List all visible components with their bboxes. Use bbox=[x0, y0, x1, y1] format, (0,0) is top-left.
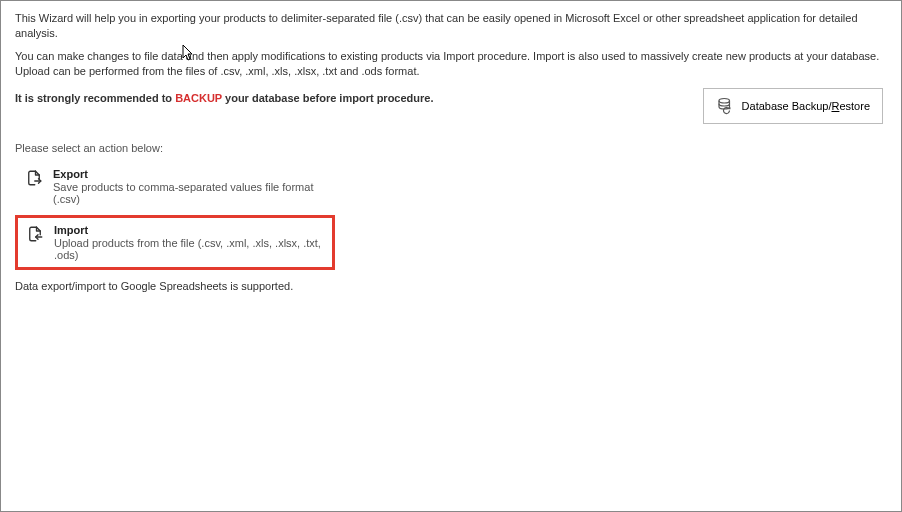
backup-text-pre: It is strongly recommended to bbox=[15, 92, 175, 104]
intro-paragraph-2: You can make changes to file data and th… bbox=[15, 49, 887, 79]
import-subtitle: Upload products from the file (.csv, .xm… bbox=[54, 237, 324, 261]
backup-restore-icon bbox=[716, 97, 734, 115]
import-icon bbox=[26, 225, 44, 243]
export-icon bbox=[25, 169, 43, 187]
import-option[interactable]: Import Upload products from the file (.c… bbox=[15, 215, 335, 270]
select-action-label: Please select an action below: bbox=[15, 142, 887, 154]
backup-word: BACKUP bbox=[175, 92, 222, 104]
export-option[interactable]: Export Save products to comma-separated … bbox=[15, 160, 335, 213]
backup-text-post: your database before import procedure. bbox=[222, 92, 434, 104]
backup-btn-post: estore bbox=[839, 100, 870, 112]
action-options: Export Save products to comma-separated … bbox=[15, 160, 887, 270]
export-title: Export bbox=[53, 168, 325, 180]
database-backup-restore-button[interactable]: Database Backup/Restore bbox=[703, 88, 883, 124]
footer-note: Data export/import to Google Spreadsheet… bbox=[15, 280, 887, 292]
export-subtitle: Save products to comma-separated values … bbox=[53, 181, 325, 205]
backup-button-label: Database Backup/Restore bbox=[742, 100, 870, 112]
intro-paragraph-1: This Wizard will help you in exporting y… bbox=[15, 11, 887, 41]
import-title: Import bbox=[54, 224, 324, 236]
backup-btn-pre: Database Backup/ bbox=[742, 100, 832, 112]
svg-point-0 bbox=[719, 99, 730, 104]
backup-recommendation: It is strongly recommended to BACKUP you… bbox=[15, 88, 434, 104]
